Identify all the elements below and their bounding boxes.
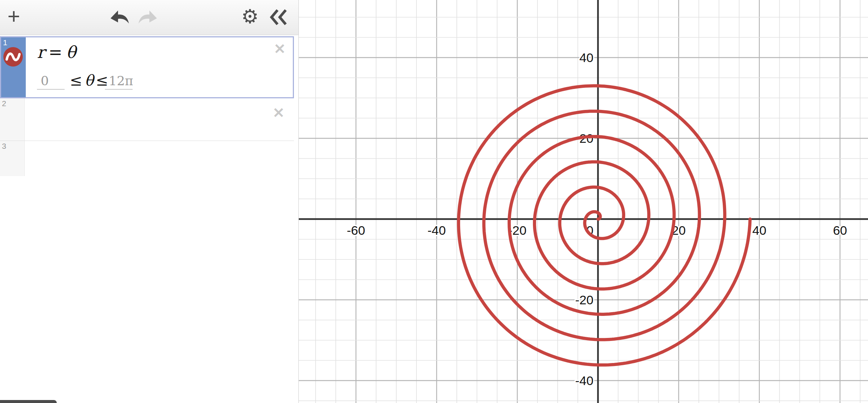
double-chevron-left-icon bbox=[269, 8, 288, 26]
equation-display[interactable]: r=θ bbox=[37, 43, 80, 62]
lte-sign: ≤ bbox=[70, 72, 83, 89]
delete-expression-button[interactable]: ✕ bbox=[273, 106, 285, 120]
expression-row-1[interactable]: 1 r=θ 0 ≤θ≤ 12π ✕ bbox=[0, 36, 294, 98]
undo-button[interactable] bbox=[109, 9, 131, 27]
axis-tick-label: -20 bbox=[575, 293, 593, 307]
axis-tick-label: -60 bbox=[347, 223, 365, 237]
settings-button[interactable]: ⚙ bbox=[241, 6, 259, 27]
domain-relation: ≤θ≤ bbox=[70, 72, 111, 89]
expression-panel: + ⚙ 1 bbox=[0, 0, 299, 403]
spiral-curve bbox=[459, 86, 750, 365]
undo-icon bbox=[109, 9, 131, 25]
graph-region: -60-40-202040604020-20-400 bbox=[299, 0, 868, 403]
equation-relation: = bbox=[49, 43, 62, 62]
curve-color-icon[interactable] bbox=[3, 47, 23, 67]
expression-gutter[interactable]: 2 bbox=[0, 98, 25, 141]
expression-gutter[interactable]: 1 bbox=[1, 37, 26, 97]
axis-tick-label: -40 bbox=[427, 223, 446, 237]
expression-number: 1 bbox=[3, 38, 7, 47]
redo-button[interactable] bbox=[137, 9, 158, 27]
theta-min-input[interactable]: 0 bbox=[37, 73, 65, 90]
expression-toolbar: + ⚙ bbox=[0, 0, 298, 35]
theta-variable: θ bbox=[85, 72, 94, 89]
delete-expression-button[interactable]: ✕ bbox=[274, 42, 286, 56]
equation-lhs: r bbox=[37, 43, 45, 62]
expression-gutter[interactable]: 3 bbox=[0, 141, 25, 176]
desmos-app: -60-40-202040604020-20-400 + ⚙ bbox=[0, 0, 868, 403]
add-expression-button[interactable]: + bbox=[7, 5, 20, 27]
expression-row-3[interactable]: 3 bbox=[0, 141, 294, 176]
equation-rhs: θ bbox=[66, 43, 76, 62]
axis-tick-label: 40 bbox=[579, 50, 593, 65]
axis-tick-label: 60 bbox=[833, 223, 847, 237]
redo-icon bbox=[137, 9, 158, 25]
keyboard-toggle-tab[interactable] bbox=[0, 400, 57, 403]
expression-number: 3 bbox=[2, 142, 6, 151]
expression-number: 2 bbox=[2, 99, 6, 108]
collapse-panel-button[interactable] bbox=[269, 8, 288, 28]
axis-tick-label: -40 bbox=[575, 373, 593, 388]
theta-max-input[interactable]: 12π bbox=[105, 73, 133, 90]
expression-row-2[interactable]: 2 ✕ bbox=[0, 98, 294, 141]
graph-canvas[interactable]: -60-40-202040604020-20-400 bbox=[299, 0, 868, 403]
axis-tick-label: 40 bbox=[752, 223, 766, 237]
